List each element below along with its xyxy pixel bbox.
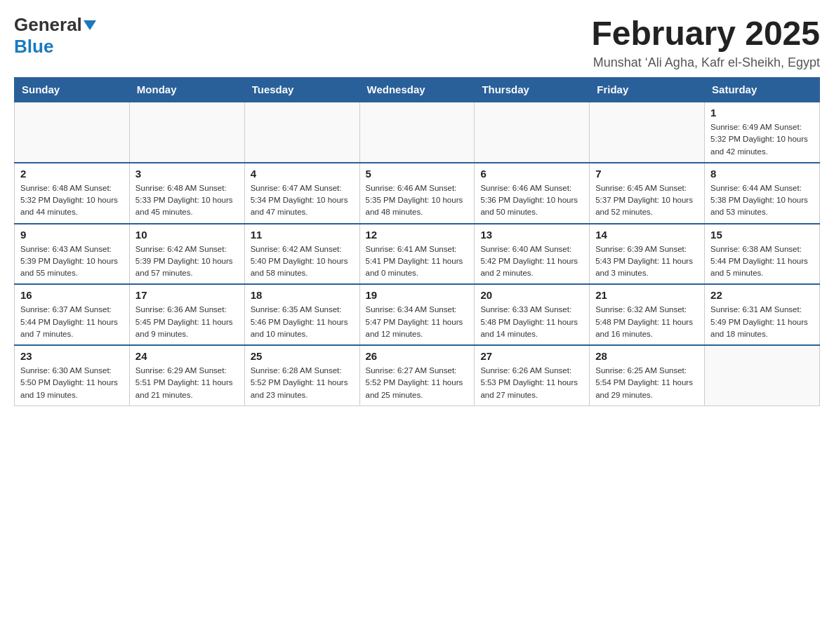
day-info: Sunrise: 6:42 AM Sunset: 5:40 PM Dayligh… (251, 243, 354, 280)
calendar-day-cell (359, 102, 475, 163)
day-number: 13 (480, 229, 583, 241)
day-info: Sunrise: 6:47 AM Sunset: 5:34 PM Dayligh… (251, 182, 354, 219)
calendar-day-cell: 27Sunrise: 6:26 AM Sunset: 5:53 PM Dayli… (475, 345, 590, 405)
day-info: Sunrise: 6:35 AM Sunset: 5:46 PM Dayligh… (251, 304, 354, 340)
day-info: Sunrise: 6:37 AM Sunset: 5:44 PM Dayligh… (20, 304, 124, 340)
calendar-day-cell: 5Sunrise: 6:46 AM Sunset: 5:35 PM Daylig… (359, 163, 475, 224)
calendar-day-header: Saturday (705, 78, 820, 102)
logo-triangle-icon (84, 20, 96, 30)
day-number: 26 (366, 350, 469, 362)
day-info: Sunrise: 6:39 AM Sunset: 5:43 PM Dayligh… (595, 243, 699, 280)
calendar-week-row: 9Sunrise: 6:43 AM Sunset: 5:39 PM Daylig… (15, 224, 820, 285)
calendar-day-cell: 14Sunrise: 6:39 AM Sunset: 5:43 PM Dayli… (590, 224, 705, 285)
day-info: Sunrise: 6:41 AM Sunset: 5:41 PM Dayligh… (366, 243, 469, 280)
calendar-day-cell: 18Sunrise: 6:35 AM Sunset: 5:46 PM Dayli… (244, 284, 359, 345)
day-info: Sunrise: 6:26 AM Sunset: 5:53 PM Dayligh… (480, 365, 583, 401)
calendar-day-cell: 17Sunrise: 6:36 AM Sunset: 5:45 PM Dayli… (129, 284, 244, 345)
day-number: 25 (251, 350, 354, 362)
day-info: Sunrise: 6:38 AM Sunset: 5:44 PM Dayligh… (710, 243, 814, 280)
day-info: Sunrise: 6:31 AM Sunset: 5:49 PM Dayligh… (710, 304, 814, 340)
calendar-day-cell: 1Sunrise: 6:49 AM Sunset: 5:32 PM Daylig… (705, 102, 820, 163)
day-info: Sunrise: 6:36 AM Sunset: 5:45 PM Dayligh… (135, 304, 239, 340)
day-number: 14 (595, 229, 699, 241)
calendar-day-header: Sunday (15, 78, 130, 102)
page-header: General Blue February 2025 Munshat ‘Ali … (14, 14, 820, 70)
calendar-day-cell: 13Sunrise: 6:40 AM Sunset: 5:42 PM Dayli… (475, 224, 590, 285)
calendar-day-header: Thursday (475, 78, 590, 102)
day-number: 5 (366, 168, 469, 180)
day-number: 9 (20, 229, 124, 241)
calendar-table: SundayMondayTuesdayWednesdayThursdayFrid… (14, 77, 820, 406)
day-number: 10 (135, 229, 239, 241)
calendar-day-cell: 4Sunrise: 6:47 AM Sunset: 5:34 PM Daylig… (244, 163, 359, 224)
day-info: Sunrise: 6:48 AM Sunset: 5:32 PM Dayligh… (20, 182, 124, 219)
day-info: Sunrise: 6:32 AM Sunset: 5:48 PM Dayligh… (595, 304, 699, 340)
day-info: Sunrise: 6:45 AM Sunset: 5:37 PM Dayligh… (595, 182, 699, 219)
day-number: 22 (710, 289, 814, 301)
day-info: Sunrise: 6:33 AM Sunset: 5:48 PM Dayligh… (480, 304, 583, 340)
calendar-day-cell: 6Sunrise: 6:46 AM Sunset: 5:36 PM Daylig… (475, 163, 590, 224)
calendar-day-header: Monday (129, 78, 244, 102)
day-info: Sunrise: 6:28 AM Sunset: 5:52 PM Dayligh… (251, 365, 354, 401)
calendar-title: February 2025 (591, 14, 820, 53)
calendar-day-cell: 20Sunrise: 6:33 AM Sunset: 5:48 PM Dayli… (475, 284, 590, 345)
calendar-day-cell: 28Sunrise: 6:25 AM Sunset: 5:54 PM Dayli… (590, 345, 705, 405)
day-number: 6 (480, 168, 583, 180)
day-number: 1 (710, 107, 814, 119)
day-number: 17 (135, 289, 239, 301)
day-number: 18 (251, 289, 354, 301)
calendar-location: Munshat ‘Ali Agha, Kafr el-Sheikh, Egypt (591, 55, 820, 70)
calendar-day-cell (129, 102, 244, 163)
day-info: Sunrise: 6:44 AM Sunset: 5:38 PM Dayligh… (710, 182, 814, 219)
calendar-day-cell (590, 102, 705, 163)
calendar-day-cell: 9Sunrise: 6:43 AM Sunset: 5:39 PM Daylig… (15, 224, 130, 285)
day-info: Sunrise: 6:46 AM Sunset: 5:35 PM Dayligh… (366, 182, 469, 219)
day-number: 15 (710, 229, 814, 241)
day-number: 3 (135, 168, 239, 180)
calendar-day-cell: 25Sunrise: 6:28 AM Sunset: 5:52 PM Dayli… (244, 345, 359, 405)
logo: General Blue (14, 14, 96, 58)
calendar-day-cell: 24Sunrise: 6:29 AM Sunset: 5:51 PM Dayli… (129, 345, 244, 405)
day-info: Sunrise: 6:40 AM Sunset: 5:42 PM Dayligh… (480, 243, 583, 280)
day-info: Sunrise: 6:30 AM Sunset: 5:50 PM Dayligh… (20, 365, 124, 401)
calendar-day-cell (475, 102, 590, 163)
calendar-day-cell: 21Sunrise: 6:32 AM Sunset: 5:48 PM Dayli… (590, 284, 705, 345)
day-info: Sunrise: 6:29 AM Sunset: 5:51 PM Dayligh… (135, 365, 239, 401)
calendar-day-cell (705, 345, 820, 405)
day-number: 11 (251, 229, 354, 241)
day-number: 16 (20, 289, 124, 301)
calendar-week-row: 16Sunrise: 6:37 AM Sunset: 5:44 PM Dayli… (15, 284, 820, 345)
calendar-day-cell (15, 102, 130, 163)
calendar-day-cell: 7Sunrise: 6:45 AM Sunset: 5:37 PM Daylig… (590, 163, 705, 224)
calendar-day-cell: 15Sunrise: 6:38 AM Sunset: 5:44 PM Dayli… (705, 224, 820, 285)
day-number: 12 (366, 229, 469, 241)
day-info: Sunrise: 6:34 AM Sunset: 5:47 PM Dayligh… (366, 304, 469, 340)
day-info: Sunrise: 6:27 AM Sunset: 5:52 PM Dayligh… (366, 365, 469, 401)
title-block: February 2025 Munshat ‘Ali Agha, Kafr el… (591, 14, 820, 70)
day-info: Sunrise: 6:42 AM Sunset: 5:39 PM Dayligh… (135, 243, 239, 280)
logo-blue-text: Blue (14, 36, 53, 57)
day-number: 2 (20, 168, 124, 180)
calendar-week-row: 1Sunrise: 6:49 AM Sunset: 5:32 PM Daylig… (15, 102, 820, 163)
calendar-header-row: SundayMondayTuesdayWednesdayThursdayFrid… (15, 78, 820, 102)
calendar-day-cell: 26Sunrise: 6:27 AM Sunset: 5:52 PM Dayli… (359, 345, 475, 405)
day-number: 21 (595, 289, 699, 301)
day-number: 8 (710, 168, 814, 180)
day-number: 4 (251, 168, 354, 180)
calendar-day-cell: 23Sunrise: 6:30 AM Sunset: 5:50 PM Dayli… (15, 345, 130, 405)
calendar-day-cell: 3Sunrise: 6:48 AM Sunset: 5:33 PM Daylig… (129, 163, 244, 224)
day-number: 28 (595, 350, 699, 362)
calendar-day-header: Friday (590, 78, 705, 102)
calendar-day-cell: 8Sunrise: 6:44 AM Sunset: 5:38 PM Daylig… (705, 163, 820, 224)
calendar-week-row: 23Sunrise: 6:30 AM Sunset: 5:50 PM Dayli… (15, 345, 820, 405)
calendar-day-cell: 19Sunrise: 6:34 AM Sunset: 5:47 PM Dayli… (359, 284, 475, 345)
day-number: 19 (366, 289, 469, 301)
calendar-day-cell: 10Sunrise: 6:42 AM Sunset: 5:39 PM Dayli… (129, 224, 244, 285)
day-info: Sunrise: 6:25 AM Sunset: 5:54 PM Dayligh… (595, 365, 699, 401)
calendar-day-cell: 11Sunrise: 6:42 AM Sunset: 5:40 PM Dayli… (244, 224, 359, 285)
day-number: 27 (480, 350, 583, 362)
calendar-week-row: 2Sunrise: 6:48 AM Sunset: 5:32 PM Daylig… (15, 163, 820, 224)
calendar-day-cell: 22Sunrise: 6:31 AM Sunset: 5:49 PM Dayli… (705, 284, 820, 345)
calendar-day-cell: 2Sunrise: 6:48 AM Sunset: 5:32 PM Daylig… (15, 163, 130, 224)
day-info: Sunrise: 6:43 AM Sunset: 5:39 PM Dayligh… (20, 243, 124, 280)
